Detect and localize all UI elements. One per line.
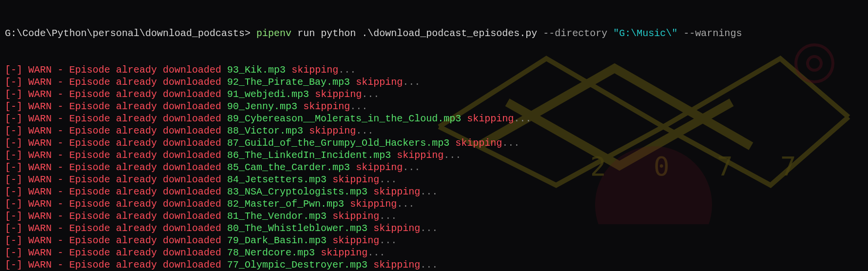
ellipsis: ... xyxy=(379,211,397,222)
episode-filename: 90_Jenny.mp3 xyxy=(227,101,297,112)
skipping-word: skipping xyxy=(356,77,403,88)
terminal-output[interactable]: G:\Code\Python\personal\download_podcast… xyxy=(0,0,868,271)
ellipsis: ... xyxy=(367,247,385,258)
skipping-word: skipping xyxy=(373,223,420,234)
episode-filename: 92_The_Pirate_Bay.mp3 xyxy=(227,77,350,88)
ellipsis: ... xyxy=(397,198,414,210)
skipping-word: skipping xyxy=(321,247,367,258)
episode-filename: 93_Kik.mp3 xyxy=(227,64,286,76)
ellipsis: ... xyxy=(420,259,438,271)
warn-prefix: [-] WARN - Episode already downloaded xyxy=(5,247,227,258)
skipping-word: skipping xyxy=(373,186,420,197)
skipping-word: skipping xyxy=(332,235,379,246)
skipping-word: skipping xyxy=(397,150,444,161)
skipping-word: skipping xyxy=(356,162,403,173)
ellipsis: ... xyxy=(444,150,461,161)
command-line: G:\Code\Python\personal\download_podcast… xyxy=(5,27,863,39)
episode-filename: 83_NSA_Cryptologists.mp3 xyxy=(227,186,367,197)
episode-filename: 91_webjedi.mp3 xyxy=(227,89,309,100)
skipping-word: skipping xyxy=(291,64,338,76)
warn-prefix: [-] WARN - Episode already downloaded xyxy=(5,64,227,76)
output-line: [-] WARN - Episode already downloaded 85… xyxy=(5,161,863,174)
skipping-word: skipping xyxy=(303,101,350,112)
warn-prefix: [-] WARN - Episode already downloaded xyxy=(5,77,227,88)
prompt-sub: run python xyxy=(297,28,356,39)
ellipsis: ... xyxy=(403,77,420,88)
skipping-word: skipping xyxy=(315,89,362,100)
warn-prefix: [-] WARN - Episode already downloaded xyxy=(5,235,227,246)
output-line: [-] WARN - Episode already downloaded 93… xyxy=(5,64,863,76)
ellipsis: ... xyxy=(514,113,531,124)
skipping-word: skipping xyxy=(350,198,397,210)
episode-filename: 84_Jetsetters.mp3 xyxy=(227,174,327,185)
episode-filename: 82_Master_of_Pwn.mp3 xyxy=(227,198,344,210)
episode-filename: 85_Cam_the_Carder.mp3 xyxy=(227,162,350,173)
warn-prefix: [-] WARN - Episode already downloaded xyxy=(5,211,227,222)
output-line: [-] WARN - Episode already downloaded 90… xyxy=(5,100,863,113)
episode-filename: 80_The_Whistleblower.mp3 xyxy=(227,223,367,234)
skipping-word: skipping xyxy=(455,137,502,149)
episode-filename: 89_Cybereason__Molerats_in_the_Cloud.mp3 xyxy=(227,113,461,124)
output-line: [-] WARN - Episode already downloaded 92… xyxy=(5,76,863,88)
prompt-path: G:\Code\Python\personal\download_podcast… xyxy=(5,28,251,39)
output-line: [-] WARN - Episode already downloaded 77… xyxy=(5,259,863,271)
skipping-word: skipping xyxy=(467,113,514,124)
warn-prefix: [-] WARN - Episode already downloaded xyxy=(5,113,227,124)
episode-filename: 81_The_Vendor.mp3 xyxy=(227,211,327,222)
warn-prefix: [-] WARN - Episode already downloaded xyxy=(5,137,227,149)
episode-filename: 87_Guild_of_the_Grumpy_Old_Hackers.mp3 xyxy=(227,137,449,149)
warn-prefix: [-] WARN - Episode already downloaded xyxy=(5,89,227,100)
output-line: [-] WARN - Episode already downloaded 78… xyxy=(5,247,863,259)
ellipsis: ... xyxy=(356,125,373,136)
output-line: [-] WARN - Episode already downloaded 80… xyxy=(5,222,863,234)
episode-filename: 86_The_LinkedIn_Incident.mp3 xyxy=(227,150,391,161)
warn-prefix: [-] WARN - Episode already downloaded xyxy=(5,174,227,185)
warn-prefix: [-] WARN - Episode already downloaded xyxy=(5,259,227,271)
skipping-word: skipping xyxy=(309,125,356,136)
prompt-cmd: pipenv xyxy=(256,28,291,39)
skipping-word: skipping xyxy=(332,174,379,185)
episode-filename: 79_Dark_Basin.mp3 xyxy=(227,235,327,246)
output-line: [-] WARN - Episode already downloaded 81… xyxy=(5,210,863,222)
output-line: [-] WARN - Episode already downloaded 83… xyxy=(5,186,863,198)
ellipsis: ... xyxy=(350,101,367,112)
warn-prefix: [-] WARN - Episode already downloaded xyxy=(5,125,227,136)
warn-prefix: [-] WARN - Episode already downloaded xyxy=(5,162,227,173)
warn-prefix: [-] WARN - Episode already downloaded xyxy=(5,150,227,161)
output-line: [-] WARN - Episode already downloaded 82… xyxy=(5,198,863,210)
warn-prefix: [-] WARN - Episode already downloaded xyxy=(5,101,227,112)
warn-prefix: [-] WARN - Episode already downloaded xyxy=(5,198,227,210)
output-line: [-] WARN - Episode already downloaded 91… xyxy=(5,88,863,100)
output-line: [-] WARN - Episode already downloaded 89… xyxy=(5,113,863,125)
episode-filename: 77_Olympic_Destroyer.mp3 xyxy=(227,259,367,271)
prompt-script: .\download_podcast_episodes.py xyxy=(362,28,537,39)
arg-directory: "G:\Music\" xyxy=(613,28,677,39)
ellipsis: ... xyxy=(379,174,397,185)
skipping-word: skipping xyxy=(373,259,420,271)
output-line: [-] WARN - Episode already downloaded 88… xyxy=(5,125,863,137)
output-line: [-] WARN - Episode already downloaded 79… xyxy=(5,234,863,247)
flag-directory: --directory xyxy=(543,28,607,39)
episode-filename: 78_Nerdcore.mp3 xyxy=(227,247,315,258)
output-line: [-] WARN - Episode already downloaded 87… xyxy=(5,137,863,149)
ellipsis: ... xyxy=(502,137,520,149)
ellipsis: ... xyxy=(362,89,379,100)
episode-filename: 88_Victor.mp3 xyxy=(227,125,303,136)
output-line: [-] WARN - Episode already downloaded 84… xyxy=(5,174,863,186)
ellipsis: ... xyxy=(338,64,356,76)
skipping-word: skipping xyxy=(332,211,379,222)
flag-warnings: --warnings xyxy=(683,28,742,39)
ellipsis: ... xyxy=(403,162,420,173)
warn-prefix: [-] WARN - Episode already downloaded xyxy=(5,223,227,234)
ellipsis: ... xyxy=(379,235,397,246)
warn-prefix: [-] WARN - Episode already downloaded xyxy=(5,186,227,197)
ellipsis: ... xyxy=(420,186,438,197)
ellipsis: ... xyxy=(420,223,438,234)
output-line: [-] WARN - Episode already downloaded 86… xyxy=(5,149,863,161)
